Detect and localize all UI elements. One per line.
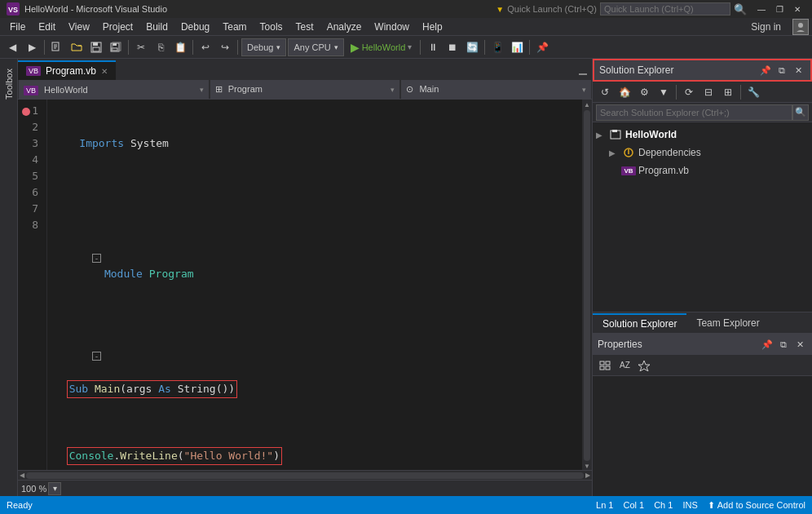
line-num-2: 2 xyxy=(18,119,43,135)
prop-alphabetical-button[interactable]: AZ xyxy=(616,357,633,374)
tree-dependencies[interactable]: ▶ Dependencies xyxy=(593,144,812,162)
pin-button[interactable]: 📌 xyxy=(533,38,551,56)
se-refresh-button[interactable]: ↺ xyxy=(596,83,614,101)
collapse-4[interactable]: - xyxy=(67,331,103,380)
tab-team-explorer[interactable]: Team Explorer xyxy=(686,313,769,333)
performance-button[interactable]: 📊 xyxy=(508,38,526,56)
se-filter-button[interactable]: ▼ xyxy=(655,83,673,101)
prop-float-button[interactable]: ⧉ xyxy=(776,337,791,352)
platform-dropdown[interactable]: Any CPU xyxy=(288,38,343,56)
se-close-button[interactable]: ✕ xyxy=(791,63,805,78)
solution-explorer-search: 🔍 xyxy=(593,103,812,122)
run-button[interactable]: ▶ HelloWorld ▾ xyxy=(346,38,417,56)
collapse-3[interactable]: - xyxy=(67,233,103,282)
breakpoint-1[interactable] xyxy=(22,108,30,116)
save-all-button[interactable] xyxy=(107,38,125,56)
scroll-down-arrow[interactable]: ▼ xyxy=(584,463,590,470)
se-sync-button[interactable]: ⟳ xyxy=(680,83,698,101)
tab-close-button[interactable]: ✕ xyxy=(101,67,108,76)
toolbox-label[interactable]: Toolbox xyxy=(4,62,14,106)
tree-solution-arrow: ▶ xyxy=(596,131,609,140)
redo-button[interactable]: ↪ xyxy=(216,38,234,56)
se-expand-button[interactable]: ⊞ xyxy=(719,83,737,101)
line-num-3: 3 xyxy=(18,135,43,152)
separator-3 xyxy=(192,40,193,55)
cut-button[interactable]: ✂ xyxy=(132,38,150,56)
project-namespace-dropdown[interactable]: VB HelloWorld xyxy=(19,80,209,100)
menu-analyze[interactable]: Analyze xyxy=(320,18,368,36)
tree-solution[interactable]: ▶ HelloWorld xyxy=(593,126,812,144)
tab-solution-explorer[interactable]: Solution Explorer xyxy=(593,313,686,333)
menu-project[interactable]: Project xyxy=(96,18,139,36)
debug-config-dropdown[interactable]: Debug xyxy=(241,38,286,56)
separator-5 xyxy=(420,40,421,55)
menu-tools[interactable]: Tools xyxy=(254,18,289,36)
scroll-left-arrow[interactable]: ◀ xyxy=(20,472,24,479)
code-line-4: - Sub Main(args As String()) xyxy=(54,315,589,398)
forward-button[interactable]: ▶ xyxy=(23,38,41,56)
paste-button[interactable]: 📋 xyxy=(171,38,189,56)
pause-button[interactable]: ⏸ xyxy=(424,38,442,56)
menu-team[interactable]: Team xyxy=(216,18,253,36)
save-button[interactable] xyxy=(87,38,105,56)
zoom-dropdown-button[interactable]: ▾ xyxy=(48,482,61,495)
status-ch: Ch 1 xyxy=(654,500,673,510)
h-scroll-track[interactable] xyxy=(26,472,584,479)
menu-view[interactable]: View xyxy=(62,18,96,36)
scroll-right-arrow[interactable]: ▶ xyxy=(585,472,590,479)
quick-launch-input[interactable] xyxy=(600,2,730,16)
new-project-button[interactable] xyxy=(48,38,66,56)
source-control-button[interactable]: ⬆ Add to Source Control xyxy=(708,500,805,511)
prop-pin-button[interactable]: 📌 xyxy=(760,337,774,352)
status-col: Col 1 xyxy=(623,500,644,510)
vertical-scrollbar[interactable]: ▲ ▼ xyxy=(582,100,592,470)
vb-ns-icon: VB xyxy=(24,86,38,95)
program-vb-label: Program.vb xyxy=(638,165,689,176)
menu-debug[interactable]: Debug xyxy=(174,18,216,36)
member-dropdown[interactable]: ⊙ Main xyxy=(401,80,591,100)
menu-window[interactable]: Window xyxy=(368,18,416,36)
solution-explorer-search-input[interactable] xyxy=(596,104,792,121)
scroll-up-arrow[interactable]: ▲ xyxy=(584,101,590,109)
svg-point-2 xyxy=(798,23,803,28)
toolbar: ◀ ▶ ✂ ⎘ 📋 ↩ ↪ Debug Any CPU ▶ HelloWorld… xyxy=(0,36,812,59)
main-layout: Toolbox VB Program.vb ✕ VB HelloWorld xyxy=(0,59,812,496)
menu-build[interactable]: Build xyxy=(139,18,174,36)
restart-button[interactable]: 🔄 xyxy=(463,38,481,56)
prop-events-button[interactable] xyxy=(635,357,653,374)
copy-button[interactable]: ⎘ xyxy=(152,38,170,56)
se-settings-button[interactable]: ⚙ xyxy=(635,83,653,101)
menu-edit[interactable]: Edit xyxy=(32,18,62,36)
status-ready: Ready xyxy=(7,500,33,510)
open-button[interactable] xyxy=(68,38,86,56)
menu-help[interactable]: Help xyxy=(416,18,449,36)
se-search-icon[interactable]: 🔍 xyxy=(792,104,809,121)
prop-category-button[interactable] xyxy=(596,357,614,374)
prop-close-button[interactable]: ✕ xyxy=(792,337,807,352)
editor-tab-program[interactable]: VB Program.vb ✕ xyxy=(18,60,116,80)
se-float-button[interactable]: ⧉ xyxy=(774,63,789,78)
horizontal-scrollbar[interactable]: ◀ ▶ xyxy=(18,470,592,480)
back-button[interactable]: ◀ xyxy=(3,38,21,56)
class-dropdown[interactable]: ⊞ Program xyxy=(210,80,400,100)
se-pin-button[interactable]: 📌 xyxy=(758,63,773,78)
code-content[interactable]: Imports System - Module Program - Sub Ma… xyxy=(47,100,592,470)
scroll-thumb[interactable] xyxy=(584,110,590,461)
sign-in-button[interactable]: Sign in xyxy=(744,20,788,34)
tab-pin-button[interactable] xyxy=(574,62,592,80)
code-line-3: - Module Program xyxy=(54,217,589,282)
tree-program-vb[interactable]: ▶ VB Program.vb xyxy=(593,162,812,179)
se-props-button[interactable]: 🔧 xyxy=(744,83,762,101)
device-button[interactable]: 📱 xyxy=(488,38,506,56)
se-collapse-button[interactable]: ⊟ xyxy=(699,83,717,101)
undo-button[interactable]: ↩ xyxy=(196,38,214,56)
close-button[interactable]: ✕ xyxy=(789,2,805,16)
code-editor[interactable]: 1 2 3 4 5 6 7 8 Imports System - Module … xyxy=(18,100,592,470)
restore-button[interactable]: ❐ xyxy=(771,2,788,16)
menu-file[interactable]: File xyxy=(3,18,32,36)
se-home-button[interactable]: 🏠 xyxy=(616,83,633,101)
stop-button[interactable]: ⏹ xyxy=(444,38,461,56)
properties-header-buttons: 📌 ⧉ ✕ xyxy=(760,337,807,352)
menu-test[interactable]: Test xyxy=(289,18,320,36)
minimize-button[interactable]: — xyxy=(753,2,770,16)
